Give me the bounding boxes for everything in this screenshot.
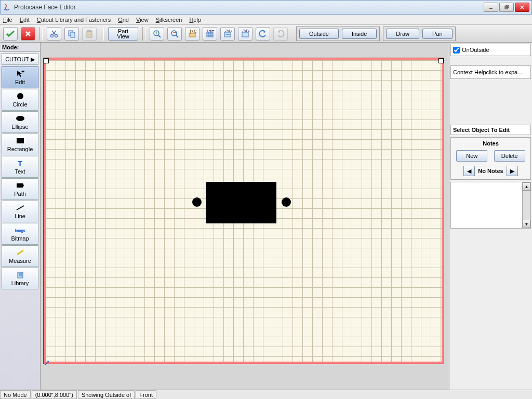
- draw-button[interactable]: Draw: [386, 29, 419, 39]
- svg-line-16: [158, 35, 161, 37]
- separator: [101, 27, 104, 41]
- status-mode: No Mode: [0, 390, 31, 399]
- menu-help[interactable]: Help: [189, 17, 201, 23]
- tool-circle[interactable]: Circle: [2, 89, 38, 111]
- window-title: Protocase Face Editor: [14, 4, 484, 11]
- cancel-button[interactable]: [21, 27, 35, 41]
- cut-button[interactable]: [47, 27, 61, 41]
- menu-cutout[interactable]: Cutout Library and Fasteners: [37, 17, 111, 23]
- no-notes-label: No Notes: [478, 168, 503, 174]
- svg-rect-21: [189, 33, 195, 37]
- java-icon: [3, 3, 11, 11]
- circle-icon: [15, 92, 25, 100]
- undo-button[interactable]: [256, 27, 270, 41]
- path-icon: [15, 181, 25, 190]
- notes-textarea[interactable]: ▲ ▼: [450, 182, 531, 229]
- rectangle-icon: [15, 137, 25, 145]
- svg-rect-13: [87, 31, 92, 37]
- select-object-label: Select Object To Edit: [450, 125, 531, 135]
- part-view-button[interactable]: PartView: [108, 27, 138, 41]
- corner-handle-ne[interactable]: [438, 58, 444, 63]
- notes-header: Notes: [451, 138, 530, 149]
- copy-button[interactable]: [64, 27, 79, 41]
- status-coords: (0.000",8.000"): [32, 390, 77, 399]
- ellipse-icon: [15, 114, 25, 123]
- svg-point-7: [51, 34, 54, 37]
- titlebar: Protocase Face Editor: [0, 0, 532, 15]
- menu-silkscreen[interactable]: Silkscreen: [156, 17, 182, 23]
- menu-file[interactable]: File: [3, 17, 12, 23]
- menubar: File Edit Cutout Library and Fasteners G…: [0, 15, 532, 25]
- snap-button[interactable]: SNAP: [238, 27, 252, 41]
- svg-line-9: [52, 31, 56, 35]
- inside-button[interactable]: Inside: [342, 29, 377, 39]
- svg-rect-14: [88, 30, 91, 32]
- svg-point-35: [17, 93, 23, 99]
- grid-button[interactable]: GRID: [203, 27, 217, 41]
- restore-button[interactable]: [499, 3, 514, 12]
- tool-rectangle[interactable]: Rectangle: [2, 134, 38, 155]
- canvas-area[interactable]: ⤢: [41, 43, 449, 390]
- tool-panel: Mode: CUTOUT▶ +Edit Circle Ellipse Recta…: [0, 43, 41, 390]
- right-panel: OnOutside Context Helpclick to expa... S…: [449, 43, 532, 390]
- svg-line-10: [52, 31, 56, 35]
- context-help[interactable]: Context Helpclick to expa...: [450, 65, 531, 79]
- tool-line[interactable]: Line: [2, 201, 38, 222]
- size-button[interactable]: SIZE: [220, 27, 235, 41]
- corner-handle-nw[interactable]: [44, 58, 49, 63]
- tool-text[interactable]: TText: [2, 156, 38, 178]
- scroll-down-icon[interactable]: ▼: [523, 220, 530, 228]
- scroll-up-icon[interactable]: ▲: [523, 182, 530, 191]
- notes-scrollbar[interactable]: ▲ ▼: [522, 182, 530, 228]
- zoom-reset-button[interactable]: Reset: [185, 27, 200, 41]
- minimize-button[interactable]: [484, 3, 498, 12]
- mode-label: Mode:: [0, 43, 40, 52]
- separator: [39, 27, 43, 41]
- svg-text:−: −: [173, 30, 176, 35]
- cutout-circle-left[interactable]: [192, 197, 202, 207]
- design-canvas[interactable]: ⤢: [44, 58, 444, 364]
- tool-measure[interactable]: Measure: [2, 245, 38, 267]
- line-icon: [15, 204, 25, 212]
- tool-library[interactable]: Library: [2, 268, 38, 289]
- library-icon: [15, 271, 25, 279]
- paste-button[interactable]: [82, 27, 97, 41]
- zoom-out-button[interactable]: −: [167, 27, 182, 41]
- tool-ellipse[interactable]: Ellipse: [2, 111, 38, 133]
- svg-text:SIZE: SIZE: [225, 30, 232, 33]
- menu-grid[interactable]: Grid: [118, 17, 129, 23]
- outside-button[interactable]: Outside: [299, 29, 339, 39]
- tool-path[interactable]: Path: [2, 178, 38, 200]
- notes-new-button[interactable]: New: [456, 150, 487, 162]
- svg-text:+: +: [155, 30, 158, 36]
- tool-bitmap[interactable]: ImageBitmap: [2, 223, 38, 245]
- separator: [142, 27, 145, 41]
- notes-panel: Notes New Delete ◀ No Notes ▶: [450, 137, 531, 180]
- pan-button[interactable]: Pan: [422, 29, 453, 39]
- cutout-circle-right[interactable]: [282, 197, 291, 207]
- view-side-group: Outside Inside: [296, 26, 380, 41]
- svg-line-19: [176, 35, 178, 37]
- on-outside-check[interactable]: [453, 47, 460, 54]
- svg-line-38: [17, 206, 24, 210]
- notes-prev-button[interactable]: ◀: [463, 166, 475, 176]
- text-icon: T: [15, 159, 25, 167]
- notes-delete-button[interactable]: Delete: [494, 150, 525, 162]
- status-face: Front: [136, 390, 156, 399]
- menu-edit[interactable]: Edit: [20, 17, 30, 23]
- redo-button[interactable]: [273, 27, 288, 41]
- svg-text:GRID: GRID: [207, 30, 214, 33]
- menu-view[interactable]: View: [136, 17, 149, 23]
- tool-edit[interactable]: +Edit: [2, 66, 38, 88]
- close-button[interactable]: [515, 3, 529, 12]
- zoom-in-button[interactable]: +: [150, 27, 164, 41]
- accept-button[interactable]: [3, 27, 18, 41]
- bitmap-icon: Image: [15, 226, 25, 234]
- notes-next-button[interactable]: ▶: [507, 166, 518, 176]
- cutout-rectangle[interactable]: [206, 182, 276, 223]
- on-outside-checkbox[interactable]: OnOutside: [450, 44, 531, 56]
- cutout-mode-button[interactable]: CUTOUT▶: [2, 54, 38, 65]
- svg-rect-12: [71, 32, 75, 37]
- status-showing: Showing Outside of: [78, 390, 135, 399]
- mode-group: Draw Pan: [383, 26, 455, 41]
